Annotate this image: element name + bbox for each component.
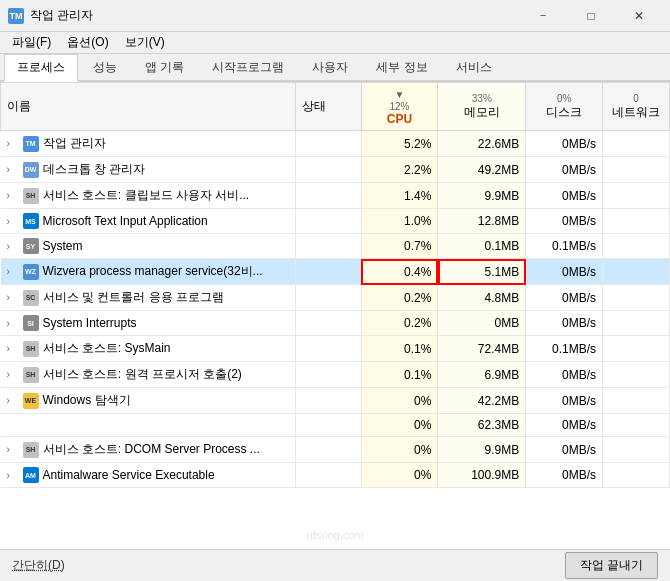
process-disk-cell: 0MB/s bbox=[526, 157, 603, 183]
expand-arrow[interactable]: › bbox=[7, 216, 19, 227]
col-header-network[interactable]: 0 네트워크 bbox=[603, 83, 670, 131]
process-icon: SI bbox=[23, 315, 39, 331]
tab-services[interactable]: 서비스 bbox=[443, 54, 505, 80]
process-status-cell bbox=[295, 437, 361, 463]
menu-view[interactable]: 보기(V) bbox=[117, 32, 173, 53]
expand-arrow[interactable]: › bbox=[7, 241, 19, 252]
process-cpu-cell: 0% bbox=[361, 388, 438, 414]
table-row[interactable]: ›DW데스크톱 창 관리자2.2%49.2MB0MB/s bbox=[1, 157, 670, 183]
expand-arrow[interactable]: › bbox=[7, 292, 19, 303]
end-task-button[interactable]: 작업 끝내기 bbox=[565, 552, 658, 579]
process-name-cell: ›MSMicrosoft Text Input Application bbox=[1, 209, 296, 234]
table-row[interactable]: ›AMAntimalware Service Executable0%100.9… bbox=[1, 463, 670, 488]
process-name-cell: ›SISystem Interrupts bbox=[1, 311, 296, 336]
expand-arrow[interactable]: › bbox=[7, 266, 19, 277]
expand-arrow[interactable]: › bbox=[7, 190, 19, 201]
col-header-disk[interactable]: 0% 디스크 bbox=[526, 83, 603, 131]
expand-arrow[interactable]: › bbox=[7, 164, 19, 175]
process-status-cell bbox=[295, 311, 361, 336]
expand-arrow[interactable]: › bbox=[7, 395, 19, 406]
tab-startup[interactable]: 시작프로그램 bbox=[199, 54, 297, 80]
table-row[interactable]: ›SYSystem0.7%0.1MB0.1MB/s bbox=[1, 234, 670, 259]
process-status-cell bbox=[295, 463, 361, 488]
process-memory-cell: 72.4MB bbox=[438, 336, 526, 362]
process-network-cell bbox=[603, 234, 670, 259]
process-name-label: 작업 관리자 bbox=[43, 135, 106, 152]
menu-file[interactable]: 파일(F) bbox=[4, 32, 59, 53]
process-name-cell: ›SYSystem bbox=[1, 234, 296, 259]
tab-processes[interactable]: 프로세스 bbox=[4, 54, 78, 82]
process-cpu-cell: 0.2% bbox=[361, 311, 438, 336]
col-header-name[interactable]: 이름 bbox=[1, 83, 296, 131]
col-header-status[interactable]: 상태 bbox=[295, 83, 361, 131]
table-row[interactable]: ›SISystem Interrupts0.2%0MB0MB/s bbox=[1, 311, 670, 336]
process-name-cell: ›SH서비스 호스트: SysMain bbox=[1, 336, 296, 362]
process-name-label: Wizvera process manager service(32비... bbox=[43, 263, 263, 280]
process-status-cell bbox=[295, 234, 361, 259]
table-row[interactable]: ›SC서비스 및 컨트롤러 응용 프로그램0.2%4.8MB0MB/s bbox=[1, 285, 670, 311]
table-row[interactable]: ›SH서비스 호스트: SysMain0.1%72.4MB0.1MB/s bbox=[1, 336, 670, 362]
process-name-label: 데스크톱 창 관리자 bbox=[43, 161, 146, 178]
process-name-cell: ›WEWindows 탐색기 bbox=[1, 388, 296, 414]
maximize-button[interactable]: □ bbox=[568, 1, 614, 31]
process-memory-cell: 100.9MB bbox=[438, 463, 526, 488]
table-row[interactable]: ›WEWindows 탐색기0%42.2MB0MB/s bbox=[1, 388, 670, 414]
col-header-memory[interactable]: 33% 메모리 bbox=[438, 83, 526, 131]
process-network-cell bbox=[603, 259, 670, 285]
table-row[interactable]: ›SH서비스 호스트: DCOM Server Process ...0%9.9… bbox=[1, 437, 670, 463]
process-network-cell bbox=[603, 285, 670, 311]
process-cpu-cell: 1.4% bbox=[361, 183, 438, 209]
process-disk-cell: 0MB/s bbox=[526, 209, 603, 234]
process-status-cell bbox=[295, 259, 361, 285]
table-row[interactable]: 0%62.3MB0MB/s bbox=[1, 414, 670, 437]
window-title: 작업 관리자 bbox=[30, 7, 520, 24]
process-name-label: 서비스 호스트: DCOM Server Process ... bbox=[43, 441, 260, 458]
process-status-cell bbox=[295, 414, 361, 437]
process-memory-cell: 0.1MB bbox=[438, 234, 526, 259]
expand-arrow[interactable]: › bbox=[7, 369, 19, 380]
table-row[interactable]: ›TM작업 관리자5.2%22.6MB0MB/s bbox=[1, 131, 670, 157]
process-icon: SY bbox=[23, 238, 39, 254]
table-row[interactable]: ›WZWizvera process manager service(32비..… bbox=[1, 259, 670, 285]
process-memory-cell: 22.6MB bbox=[438, 131, 526, 157]
col-header-cpu[interactable]: ▼ 12% CPU bbox=[361, 83, 438, 131]
close-button[interactable]: ✕ bbox=[616, 1, 662, 31]
table-row[interactable]: ›SH서비스 호스트: 원격 프로시저 호출(2)0.1%6.9MB0MB/s bbox=[1, 362, 670, 388]
tab-performance[interactable]: 성능 bbox=[80, 54, 130, 80]
process-table: 이름 상태 ▼ 12% CPU 33% 메모리 0% 디스크 bbox=[0, 82, 670, 488]
minimize-button[interactable]: － bbox=[520, 1, 566, 31]
tab-app-history[interactable]: 앱 기록 bbox=[132, 54, 197, 80]
process-status-cell bbox=[295, 362, 361, 388]
tab-details[interactable]: 세부 정보 bbox=[363, 54, 440, 80]
process-cpu-cell: 0.4% bbox=[361, 259, 438, 285]
expand-arrow[interactable]: › bbox=[7, 138, 19, 149]
process-table-container: 이름 상태 ▼ 12% CPU 33% 메모리 0% 디스크 bbox=[0, 82, 670, 549]
process-network-cell bbox=[603, 362, 670, 388]
process-memory-cell: 4.8MB bbox=[438, 285, 526, 311]
expand-arrow[interactable]: › bbox=[7, 343, 19, 354]
process-memory-cell: 12.8MB bbox=[438, 209, 526, 234]
process-name-cell: ›WZWizvera process manager service(32비..… bbox=[1, 259, 296, 285]
table-row[interactable]: ›MSMicrosoft Text Input Application1.0%1… bbox=[1, 209, 670, 234]
process-cpu-cell: 2.2% bbox=[361, 157, 438, 183]
expand-arrow[interactable]: › bbox=[7, 470, 19, 481]
process-name-label: Microsoft Text Input Application bbox=[43, 214, 208, 228]
process-memory-cell: 9.9MB bbox=[438, 437, 526, 463]
process-cpu-cell: 1.0% bbox=[361, 209, 438, 234]
table-row[interactable]: ›SH서비스 호스트: 클립보드 사용자 서비...1.4%9.9MB0MB/s bbox=[1, 183, 670, 209]
expand-arrow[interactable]: › bbox=[7, 444, 19, 455]
process-icon: SH bbox=[23, 188, 39, 204]
simplify-button[interactable]: 간단히(D) bbox=[12, 557, 65, 574]
process-name-label: System bbox=[43, 239, 83, 253]
expand-arrow[interactable]: › bbox=[7, 318, 19, 329]
process-disk-cell: 0MB/s bbox=[526, 285, 603, 311]
process-memory-cell: 42.2MB bbox=[438, 388, 526, 414]
process-network-cell bbox=[603, 183, 670, 209]
process-name-cell: ›SC서비스 및 컨트롤러 응용 프로그램 bbox=[1, 285, 296, 311]
process-cpu-cell: 0.1% bbox=[361, 336, 438, 362]
process-icon: SH bbox=[23, 367, 39, 383]
menu-options[interactable]: 옵션(O) bbox=[59, 32, 116, 53]
tab-users[interactable]: 사용자 bbox=[299, 54, 361, 80]
process-list: ›TM작업 관리자5.2%22.6MB0MB/s›DW데스크톱 창 관리자2.2… bbox=[1, 131, 670, 488]
title-bar: TM 작업 관리자 － □ ✕ bbox=[0, 0, 670, 32]
